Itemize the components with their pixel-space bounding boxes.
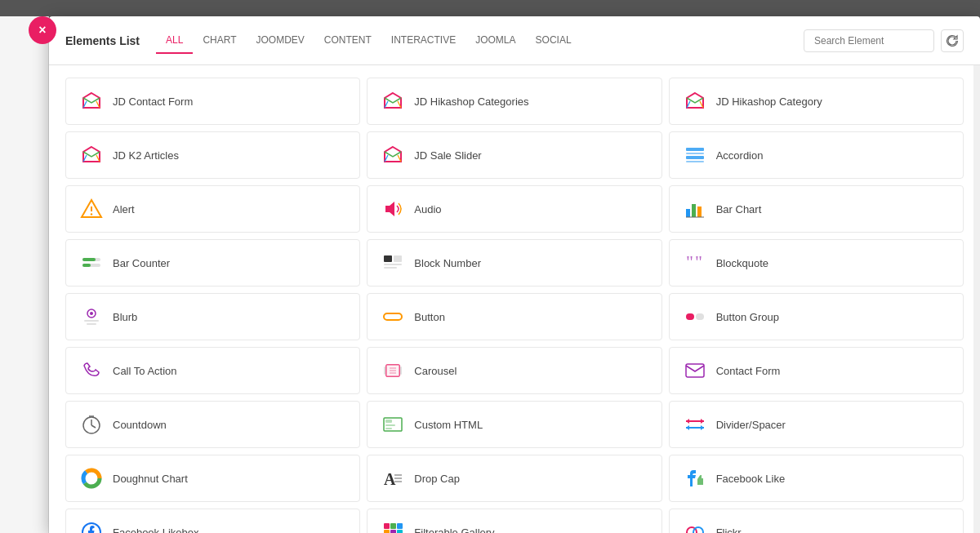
tab-all[interactable]: ALL <box>156 28 193 54</box>
alert-icon <box>78 196 105 222</box>
svg-point-27 <box>90 312 93 315</box>
element-block-number[interactable]: Block Number <box>367 239 662 286</box>
element-blurb[interactable]: Blurb <box>65 293 360 340</box>
svg-rect-8 <box>686 161 704 162</box>
element-divider-spacer[interactable]: Divider/Spacer <box>669 401 964 448</box>
close-button[interactable]: × <box>29 16 56 44</box>
svg-rect-38 <box>384 366 385 375</box>
svg-rect-67 <box>397 523 403 529</box>
element-facebook-likebox[interactable]: Facebook Likebox <box>65 509 360 533</box>
blockquote-icon: " " <box>682 250 708 276</box>
element-button[interactable]: Button <box>367 293 662 340</box>
blurb-icon <box>78 304 105 330</box>
bar-chart-label: Bar Chart <box>716 203 762 215</box>
element-contact-form[interactable]: Contact Form <box>669 347 964 394</box>
audio-icon <box>380 196 406 222</box>
bar-counter-icon <box>78 250 105 276</box>
countdown-icon <box>78 411 105 438</box>
svg-rect-66 <box>390 523 396 529</box>
jd-hikashop-category-icon <box>682 88 708 114</box>
tab-content[interactable]: CONTENT <box>314 28 381 54</box>
element-accordion[interactable]: Accordion <box>669 131 964 179</box>
svg-point-11 <box>91 213 92 215</box>
svg-text:": " <box>686 251 693 272</box>
search-input[interactable] <box>804 29 934 52</box>
facebook-likebox-icon <box>78 519 105 533</box>
doughnut-chart-icon <box>78 465 105 491</box>
jd-contact-form-label: JD Contact Form <box>113 95 193 108</box>
element-jd-contact-form[interactable]: JD Contact Form <box>65 78 360 125</box>
element-call-to-action[interactable]: Call To Action <box>65 347 360 394</box>
jd-k2-articles-icon <box>78 142 105 168</box>
drop-cap-label: Drop Cap <box>414 473 460 485</box>
element-flickr[interactable]: Flickr <box>669 509 964 533</box>
element-jd-hikashop-category[interactable]: JD Hikashop Category <box>669 78 964 125</box>
svg-marker-4 <box>385 147 401 162</box>
contact-form-label: Contact Form <box>716 365 781 377</box>
bar-chart-icon <box>682 196 708 222</box>
element-carousel[interactable]: Carousel <box>367 347 662 394</box>
tab-social[interactable]: SOCIAL <box>526 28 581 54</box>
blockquote-label: Blockquote <box>716 257 768 269</box>
element-custom-html[interactable]: Custom HTML <box>367 401 662 448</box>
filterable-gallery-icon <box>380 519 406 533</box>
countdown-label: Countdown <box>113 419 167 431</box>
svg-marker-1 <box>385 93 401 108</box>
divider-spacer-label: Divider/Spacer <box>716 419 786 431</box>
svg-marker-51 <box>701 419 704 424</box>
element-blockquote[interactable]: " " Blockquote <box>669 239 964 286</box>
tabs-container: ALL CHART JOOMDEV CONTENT INTERACTIVE JO… <box>156 28 804 54</box>
tab-chart[interactable]: CHART <box>193 28 246 54</box>
left-sidebar <box>0 16 49 533</box>
svg-rect-65 <box>384 523 390 529</box>
jd-sale-slider-label: JD Sale Slider <box>414 149 481 162</box>
element-jd-hikashop-categories[interactable]: JD Hikashop Categories <box>367 78 662 125</box>
divider-spacer-icon <box>682 411 708 438</box>
element-drop-cap[interactable]: A Drop Cap <box>367 455 662 502</box>
jd-hikashop-categories-label: JD Hikashop Categories <box>414 95 528 108</box>
svg-marker-3 <box>83 147 100 162</box>
svg-rect-31 <box>686 313 694 320</box>
contact-form-icon <box>682 358 708 384</box>
call-to-action-label: Call To Action <box>113 365 177 377</box>
scrollbar-track[interactable] <box>973 65 980 533</box>
tab-joomdev[interactable]: JOOMDEV <box>247 28 314 54</box>
custom-html-label: Custom HTML <box>414 419 483 431</box>
blurb-label: Blurb <box>113 311 137 323</box>
jd-contact-form-icon <box>78 88 105 114</box>
tab-joomla[interactable]: JOOMLA <box>466 28 525 54</box>
call-to-action-icon <box>78 358 105 384</box>
element-bar-chart[interactable]: Bar Chart <box>669 185 964 233</box>
svg-point-75 <box>693 527 703 533</box>
element-bar-counter[interactable]: Bar Counter <box>65 239 360 286</box>
svg-marker-50 <box>686 419 689 424</box>
refresh-button[interactable] <box>941 29 964 52</box>
button-group-label: Button Group <box>716 311 779 323</box>
svg-rect-30 <box>384 313 402 320</box>
close-icon: × <box>38 23 46 38</box>
element-filterable-gallery[interactable]: Filterable Gallery <box>367 509 662 533</box>
element-facebook-like[interactable]: Facebook Like <box>669 455 964 502</box>
element-audio[interactable]: Audio <box>367 185 662 233</box>
svg-rect-17 <box>82 258 96 261</box>
svg-rect-22 <box>384 264 402 265</box>
svg-marker-0 <box>83 93 100 108</box>
svg-rect-46 <box>385 420 392 423</box>
element-jd-k2-articles[interactable]: JD K2 Articles <box>65 131 360 179</box>
accordion-icon <box>682 142 708 168</box>
svg-text:A: A <box>384 470 396 488</box>
svg-line-43 <box>91 425 96 428</box>
svg-rect-14 <box>697 207 702 217</box>
svg-marker-2 <box>687 93 703 108</box>
element-button-group[interactable]: Button Group <box>669 293 964 340</box>
alert-label: Alert <box>113 203 135 215</box>
element-doughnut-chart[interactable]: Doughnut Chart <box>65 455 360 502</box>
element-alert[interactable]: Alert <box>65 185 360 233</box>
carousel-label: Carousel <box>414 365 457 377</box>
elements-content: JD Contact Form JD Hikashop Categories <box>49 65 980 533</box>
element-jd-sale-slider[interactable]: JD Sale Slider <box>367 131 662 179</box>
tab-interactive[interactable]: INTERACTIVE <box>381 28 466 54</box>
svg-rect-7 <box>686 156 704 159</box>
jd-hikashop-categories-icon <box>380 88 406 114</box>
element-countdown[interactable]: Countdown <box>65 401 360 448</box>
